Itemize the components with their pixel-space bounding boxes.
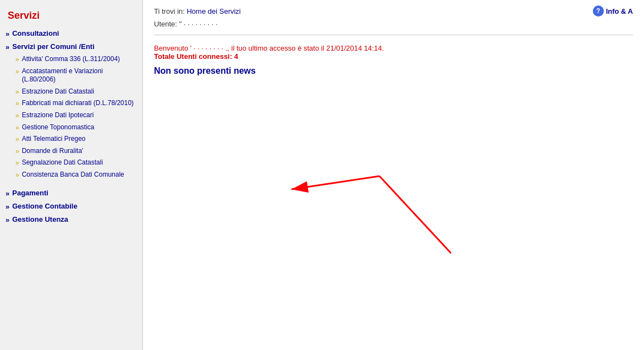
sidebar-sub-label: Segnalazione Dati Catastali <box>22 158 103 167</box>
sidebar-item-fabbricati[interactable]: » Fabbricati mai dichiarati (D.L.78/2010… <box>0 97 142 110</box>
sub-arrow-icon: » <box>15 159 19 167</box>
sub-arrow-icon: » <box>15 68 19 75</box>
breadcrumb-prefix: Ti trovi in: <box>154 7 185 15</box>
welcome-text: Benvenuto ' · · · · · · · · ., il tuo ul… <box>154 44 633 61</box>
sub-arrow-icon: » <box>15 171 19 179</box>
user-row: Utente: '' · · · · · · · · · <box>154 20 633 28</box>
sidebar-item-label: Gestione Utenza <box>12 215 68 223</box>
sidebar-item-label: Gestione Contabile <box>12 202 77 210</box>
divider <box>154 35 633 35</box>
no-news-message: Non sono presenti news <box>154 66 633 76</box>
svg-line-2 <box>379 176 451 253</box>
sidebar-item-segnalazione[interactable]: » Segnalazione Dati Catastali <box>0 157 142 169</box>
sidebar-item-domande-ruralita[interactable]: » Domande di Ruralita' <box>0 145 142 157</box>
svg-line-1 <box>291 176 379 189</box>
sidebar-item-gestione-utenza[interactable]: » Gestione Utenza <box>0 213 142 226</box>
sidebar-item-pagamenti[interactable]: » Pagamenti <box>0 187 142 200</box>
sidebar-sub-label: Consistenza Banca Dati Comunale <box>22 171 124 179</box>
sidebar-item-gestione-contabile[interactable]: » Gestione Contabile <box>0 200 142 213</box>
sub-arrow-icon: » <box>15 88 19 96</box>
total-users-label: Totale Utenti connessi: <box>154 52 232 61</box>
sidebar: Servizi » Consultazioni » Servizi per Co… <box>0 0 143 350</box>
sidebar-item-consistenza[interactable]: » Consistenza Banca Dati Comunale <box>0 169 142 181</box>
arrow-icon: » <box>5 203 9 211</box>
main-content: Ti trovi in: Home dei Servizi ? Info & A… <box>143 0 644 350</box>
welcome-message: Benvenuto ' · · · · · · · · ., il tuo ul… <box>154 44 384 52</box>
sidebar-item-estrazione-dati[interactable]: » Estrazione Dati Catastali <box>0 86 142 98</box>
arrow-icon: » <box>5 30 9 38</box>
sidebar-item-servizi-comuni[interactable]: » Servizi per Comuni /Enti <box>0 40 142 53</box>
sidebar-sub-label: Estrazione Dati Ipotecari <box>22 111 94 120</box>
arrow-icon: » <box>5 216 9 224</box>
sidebar-sub-label: Accatastamenti e Variazioni (L.80/2006) <box>22 67 138 84</box>
sub-arrow-icon: » <box>15 124 19 132</box>
sidebar-item-atti-telematici[interactable]: » Atti Telematici Pregeo <box>0 133 142 145</box>
sidebar-sub-label: Attivita' Comma 336 (L.311/2004) <box>22 55 120 64</box>
sub-arrow-icon: » <box>15 56 19 63</box>
user-prefix: Utente: ' <box>154 20 180 28</box>
sub-arrow-icon: » <box>15 100 19 107</box>
sidebar-item-gestione-toponomastica[interactable]: » Gestione Toponomastica <box>0 122 142 134</box>
sidebar-title: Servizi <box>0 6 142 27</box>
info-link[interactable]: ? Info & A <box>593 6 633 17</box>
info-label: Info & A <box>606 7 633 15</box>
user-value: ' · · · · · · · · · <box>180 20 218 28</box>
sub-arrow-icon: » <box>15 147 19 155</box>
header-row: Ti trovi in: Home dei Servizi ? Info & A <box>154 6 633 17</box>
total-users-value: 4 <box>234 52 238 61</box>
sidebar-item-accatastamenti[interactable]: » Accatastamenti e Variazioni (L.80/2006… <box>0 65 142 86</box>
sidebar-sub-label: Estrazione Dati Catastali <box>22 88 94 96</box>
sub-arrow-icon: » <box>15 112 19 119</box>
sidebar-item-label: Consultazioni <box>12 29 59 37</box>
sub-arrow-icon: » <box>15 135 19 143</box>
sidebar-item-label: Servizi per Comuni /Enti <box>12 42 95 51</box>
arrow-icon: » <box>5 43 9 51</box>
sidebar-sub-label: Fabbricati mai dichiarati (D.L.78/2010) <box>22 99 134 108</box>
info-icon: ? <box>593 6 604 17</box>
sidebar-sub-label: Domande di Ruralita' <box>22 147 84 156</box>
sidebar-item-estrazione-ipotecari[interactable]: » Estrazione Dati Ipotecari <box>0 110 142 122</box>
sidebar-sub-label: Gestione Toponomastica <box>22 123 95 132</box>
breadcrumb: Ti trovi in: Home dei Servizi <box>154 7 241 15</box>
sidebar-sub-label: Atti Telematici Pregeo <box>22 135 86 144</box>
sidebar-item-attivita[interactable]: » Attivita' Comma 336 (L.311/2004) <box>0 53 142 65</box>
sidebar-item-consultazioni[interactable]: » Consultazioni <box>0 27 142 40</box>
arrow-icon: » <box>5 189 9 198</box>
breadcrumb-link[interactable]: Home dei Servizi <box>186 7 240 15</box>
sidebar-item-label: Pagamenti <box>12 189 48 197</box>
